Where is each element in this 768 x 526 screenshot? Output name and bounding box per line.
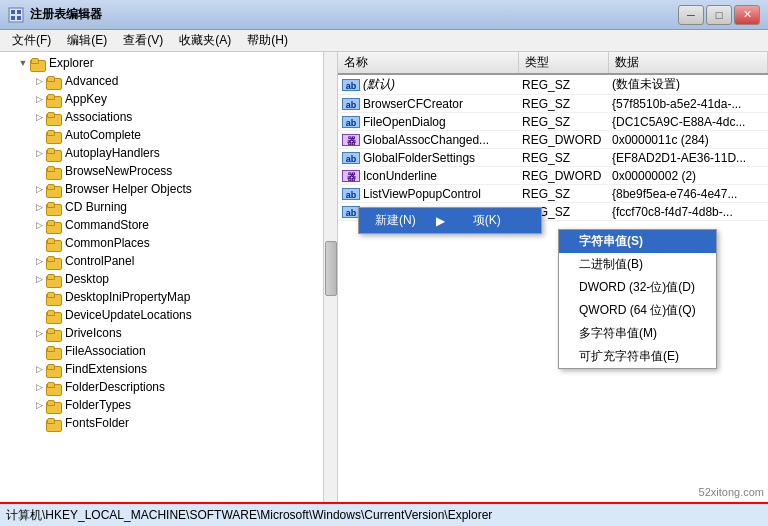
submenu-item-expandstring[interactable]: 可扩充字符串值(E) [559, 345, 716, 368]
new-menu-container: 新建(N) ▶ 项(K) 字符串值(S) [358, 207, 542, 234]
svg-rect-4 [17, 16, 21, 20]
submenu-item-string[interactable]: 字符串值(S) [559, 230, 716, 253]
tree-label: FolderTypes [65, 398, 131, 412]
tree-item-foldertypes[interactable]: ▷ FolderTypes [0, 396, 337, 414]
menu-favorites[interactable]: 收藏夹(A) [171, 30, 239, 51]
tree-item-appkey[interactable]: ▷ AppKey [0, 90, 337, 108]
tree-label: AutoplayHandlers [65, 146, 160, 160]
cell-type: REG_SZ [518, 95, 608, 113]
tree-item-advanced[interactable]: ▷ Advanced [0, 72, 337, 90]
tree-item-fileassociation[interactable]: FileAssociation [0, 342, 337, 360]
folder-icon [46, 74, 62, 88]
type-icon-dword: 器 [342, 170, 360, 182]
folder-icon [46, 110, 62, 124]
expander-icon[interactable]: ▷ [32, 398, 46, 412]
cell-name-value: (默认) [363, 76, 395, 93]
tree-item-desktopinipropertymap[interactable]: DesktopIniPropertyMap [0, 288, 337, 306]
submenu: 字符串值(S) 二进制值(B) DWORD (32-位)值(D) QWORD (… [558, 229, 717, 369]
menu-view[interactable]: 查看(V) [115, 30, 171, 51]
tree-item-browsenewprocess[interactable]: BrowseNewProcess [0, 162, 337, 180]
new-label: 新建(N) [375, 212, 416, 229]
tree-item-autoplayhandlers[interactable]: ▷ AutoplayHandlers [0, 144, 337, 162]
table-row[interactable]: ab GlobalFolderSettings REG_SZ {EF8AD2D1… [338, 149, 768, 167]
expander-icon[interactable]: ▷ [32, 182, 46, 196]
expander-icon [32, 236, 46, 250]
table-row[interactable]: ab BrowserCFCreator REG_SZ {57f8510b-a5e… [338, 95, 768, 113]
col-type[interactable]: 类型 [518, 52, 608, 74]
tree-item-controlpanel[interactable]: ▷ ControlPanel [0, 252, 337, 270]
maximize-button[interactable]: □ [706, 5, 732, 25]
tree-label: CommonPlaces [65, 236, 150, 250]
expander-icon[interactable]: ▷ [32, 380, 46, 394]
tree-item-explorer[interactable]: ▼ Explorer [0, 54, 337, 72]
submenu-item-dword32[interactable]: DWORD (32-位)值(D) [559, 276, 716, 299]
submenu-item-binary[interactable]: 二进制值(B) [559, 253, 716, 276]
tree-item-driveicons[interactable]: ▷ DriveIcons [0, 324, 337, 342]
tree-item-deviceupdatelocations[interactable]: DeviceUpdateLocations [0, 306, 337, 324]
tree-item-commonplaces[interactable]: CommonPlaces [0, 234, 337, 252]
type-icon: ab [342, 188, 360, 200]
expander-icon[interactable]: ▼ [16, 56, 30, 70]
tree-label: DesktopIniPropertyMap [65, 290, 190, 304]
tree-item-fontsfolder[interactable]: FontsFolder [0, 414, 337, 432]
tree-item-folderdescriptions[interactable]: ▷ FolderDescriptions [0, 378, 337, 396]
table-row[interactable]: 器 GlobalAssocChanged... REG_DWORD 0x0000… [338, 131, 768, 149]
tree-item-browserhelperobjects[interactable]: ▷ Browser Helper Objects [0, 180, 337, 198]
expander-icon[interactable]: ▷ [32, 146, 46, 160]
tree-item-associations[interactable]: ▷ Associations [0, 108, 337, 126]
close-button[interactable]: ✕ [734, 5, 760, 25]
col-data[interactable]: 数据 [608, 52, 768, 74]
cell-type: REG_SZ [518, 113, 608, 131]
folder-icon [30, 56, 46, 70]
folder-icon [46, 128, 62, 142]
folder-icon [46, 344, 62, 358]
expander-icon[interactable]: ▷ [32, 272, 46, 286]
svg-rect-1 [11, 10, 15, 14]
svg-rect-2 [17, 10, 21, 14]
table-row[interactable]: ab FileOpenDialog REG_SZ {DC1C5A9C-E88A-… [338, 113, 768, 131]
cell-name-value: BrowserCFCreator [363, 97, 463, 111]
tree-item-commandstore[interactable]: ▷ CommandStore [0, 216, 337, 234]
expander-icon[interactable]: ▷ [32, 110, 46, 124]
menu-file[interactable]: 文件(F) [4, 30, 59, 51]
folder-icon [46, 290, 62, 304]
folder-icon [46, 182, 62, 196]
table-row[interactable]: ab (默认) REG_SZ (数值未设置) [338, 74, 768, 95]
expander-icon[interactable]: ▷ [32, 92, 46, 106]
tree-scrollbar[interactable] [323, 52, 337, 502]
tree-item-findextensions[interactable]: ▷ FindExtensions [0, 360, 337, 378]
tree-label: DeviceUpdateLocations [65, 308, 192, 322]
expander-icon[interactable]: ▷ [32, 362, 46, 376]
submenu-item-multistring[interactable]: 多字符串值(M) [559, 322, 716, 345]
item-menu-item[interactable]: 项(K) [461, 208, 541, 233]
expander-icon[interactable]: ▷ [32, 326, 46, 340]
expander-icon[interactable]: ▷ [32, 254, 46, 268]
scrollbar-thumb[interactable] [325, 241, 337, 296]
folder-icon [46, 164, 62, 178]
table-row[interactable]: 器 IconUnderline REG_DWORD 0x00000002 (2) [338, 167, 768, 185]
menu-edit[interactable]: 编辑(E) [59, 30, 115, 51]
col-name[interactable]: 名称 [338, 52, 518, 74]
menu-help[interactable]: 帮助(H) [239, 30, 296, 51]
tree-scroll[interactable]: ▼ Explorer ▷ Advanced ▷ AppKey ▷ [0, 52, 337, 502]
expander-icon [32, 290, 46, 304]
table-row[interactable]: ab ListViewPopupControl REG_SZ {8be9f5ea… [338, 185, 768, 203]
tree-panel: ▼ Explorer ▷ Advanced ▷ AppKey ▷ [0, 52, 338, 502]
cell-name-value: GlobalFolderSettings [363, 151, 475, 165]
tree-label: DriveIcons [65, 326, 122, 340]
item-label: 项(K) [473, 213, 501, 227]
tree-item-desktop[interactable]: ▷ Desktop [0, 270, 337, 288]
expander-icon[interactable]: ▷ [32, 218, 46, 232]
tree-item-cdburning[interactable]: ▷ CD Burning [0, 198, 337, 216]
minimize-button[interactable]: ─ [678, 5, 704, 25]
folder-icon [46, 398, 62, 412]
submenu-item-qword64[interactable]: QWORD (64 位)值(Q) [559, 299, 716, 322]
cell-type: REG_DWORD [518, 131, 608, 149]
cell-data: 0x0000011c (284) [608, 131, 768, 149]
new-menu-item[interactable]: 新建(N) ▶ [359, 208, 461, 233]
expander-icon[interactable]: ▷ [32, 200, 46, 214]
item-col: 项(K) [461, 208, 541, 233]
tree-item-autocomplete[interactable]: AutoComplete [0, 126, 337, 144]
expander-icon[interactable]: ▷ [32, 74, 46, 88]
registry-table: 名称 类型 数据 ab (默认) REG_SZ (数值未设置) [338, 52, 768, 221]
